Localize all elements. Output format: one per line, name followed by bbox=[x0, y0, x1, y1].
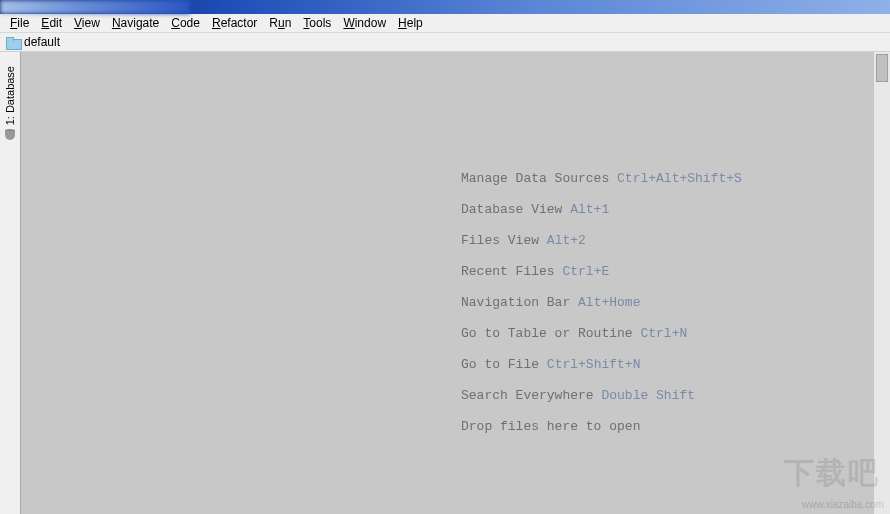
hint-row: Search Everywhere Double Shift bbox=[461, 389, 742, 402]
hint-row: Files View Alt+2 bbox=[461, 234, 742, 247]
title-bar bbox=[0, 0, 890, 14]
hint-shortcut: Ctrl+N bbox=[640, 326, 687, 341]
hint-text: Recent Files bbox=[461, 264, 562, 279]
watermark-logo: 下载吧 bbox=[784, 453, 880, 494]
hint-text: Drop files here to open bbox=[461, 419, 640, 434]
project-name[interactable]: default bbox=[24, 35, 60, 49]
menu-tools[interactable]: Tools bbox=[297, 15, 337, 31]
title-bar-blur bbox=[0, 0, 190, 14]
hint-text: Database View bbox=[461, 202, 570, 217]
hint-text: Search Everywhere bbox=[461, 388, 601, 403]
hint-row: Go to Table or Routine Ctrl+N bbox=[461, 327, 742, 340]
menu-code[interactable]: Code bbox=[165, 15, 206, 31]
hint-text: Go to File bbox=[461, 357, 547, 372]
hint-shortcut: Ctrl+Shift+N bbox=[547, 357, 641, 372]
database-tool-button[interactable]: 1: Database bbox=[4, 62, 16, 129]
navigation-bar[interactable]: default bbox=[0, 32, 890, 52]
menu-edit[interactable]: Edit bbox=[35, 15, 68, 31]
hint-shortcut: Alt+1 bbox=[570, 202, 609, 217]
hint-text: Manage Data Sources bbox=[461, 171, 617, 186]
hint-row: Recent Files Ctrl+E bbox=[461, 265, 742, 278]
hint-text: Navigation Bar bbox=[461, 295, 578, 310]
watermark-url: www.xiazaiba.com bbox=[802, 499, 884, 510]
hint-row: Database View Alt+1 bbox=[461, 203, 742, 216]
hint-row: Go to File Ctrl+Shift+N bbox=[461, 358, 742, 371]
empty-hints: Manage Data Sources Ctrl+Alt+Shift+SData… bbox=[461, 172, 742, 451]
hint-shortcut: Double Shift bbox=[601, 388, 695, 403]
menu-view[interactable]: View bbox=[68, 15, 106, 31]
menu-file[interactable]: File bbox=[4, 15, 35, 31]
hint-row: Manage Data Sources Ctrl+Alt+Shift+S bbox=[461, 172, 742, 185]
hint-shortcut: Ctrl+Alt+Shift+S bbox=[617, 171, 742, 186]
hint-row: Drop files here to open bbox=[461, 420, 742, 433]
tool-window-bar-left: 1: Database bbox=[0, 52, 20, 514]
menu-navigate[interactable]: Navigate bbox=[106, 15, 165, 31]
folder-icon bbox=[6, 37, 20, 48]
hint-shortcut: Ctrl+E bbox=[562, 264, 609, 279]
hint-row: Navigation Bar Alt+Home bbox=[461, 296, 742, 309]
database-icon bbox=[5, 129, 15, 141]
menu-bar: FileEditViewNavigateCodeRefactorRunTools… bbox=[0, 14, 890, 32]
editor-empty-area[interactable]: Manage Data Sources Ctrl+Alt+Shift+SData… bbox=[20, 52, 890, 514]
menu-run[interactable]: Run bbox=[263, 15, 297, 31]
hint-shortcut: Alt+Home bbox=[578, 295, 640, 310]
hint-text: Go to Table or Routine bbox=[461, 326, 640, 341]
hint-text: Files View bbox=[461, 233, 547, 248]
main-area: 1: Database Manage Data Sources Ctrl+Alt… bbox=[0, 52, 890, 514]
menu-refactor[interactable]: Refactor bbox=[206, 15, 263, 31]
database-tool-label: 1: Database bbox=[4, 66, 16, 125]
menu-window[interactable]: Window bbox=[337, 15, 392, 31]
vertical-scrollbar[interactable] bbox=[874, 52, 890, 514]
menu-help[interactable]: Help bbox=[392, 15, 429, 31]
scrollbar-thumb[interactable] bbox=[876, 54, 888, 82]
hint-shortcut: Alt+2 bbox=[547, 233, 586, 248]
